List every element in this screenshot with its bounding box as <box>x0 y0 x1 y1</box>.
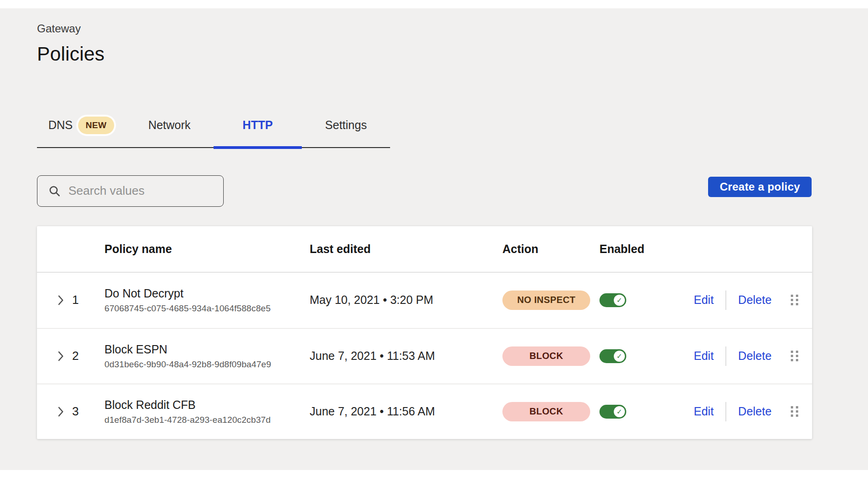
row-number: 2 <box>67 349 104 363</box>
column-header-enabled: Enabled <box>599 242 694 256</box>
tab-network-label: Network <box>148 118 191 132</box>
column-header-action: Action <box>502 242 599 256</box>
policy-uuid: 0d31be6c-9b90-48a4-92b8-9d8f09ba47e9 <box>104 359 271 370</box>
table-body: 1 Do Not Decrypt 67068745-c075-4685-934a… <box>37 272 812 439</box>
action-badge: NO INSPECT <box>502 290 590 310</box>
table-row: 2 Block ESPN 0d31be6c-9b90-48a4-92b8-9d8… <box>37 328 812 383</box>
edit-link[interactable]: Edit <box>694 293 714 307</box>
policy-name: Block Reddit CFB <box>104 398 196 412</box>
policy-uuid: 67068745-c075-4685-934a-1064f588c8e5 <box>104 303 271 314</box>
enabled-toggle[interactable]: ✓ <box>599 349 626 363</box>
tab-http-label: HTTP <box>243 118 273 132</box>
delete-link[interactable]: Delete <box>738 349 771 363</box>
action-badge: BLOCK <box>502 346 590 366</box>
enabled-toggle[interactable]: ✓ <box>599 293 626 307</box>
action-badge: BLOCK <box>502 402 590 421</box>
expand-chevron-icon[interactable] <box>55 404 66 419</box>
tab-settings[interactable]: Settings <box>302 104 390 147</box>
last-edited-value: June 7, 2021 • 11:56 AM <box>310 405 502 418</box>
new-badge: NEW <box>78 117 114 134</box>
delete-link[interactable]: Delete <box>738 293 771 307</box>
tab-settings-label: Settings <box>325 118 367 132</box>
tab-dns-label: DNS <box>48 118 73 132</box>
edit-link[interactable]: Edit <box>694 405 714 418</box>
policy-name: Do Not Decrypt <box>104 286 183 300</box>
tab-bar: DNS NEW Network HTTP Settings <box>37 104 390 148</box>
table-row: 1 Do Not Decrypt 67068745-c075-4685-934a… <box>37 272 812 328</box>
policy-name: Block ESPN <box>104 342 167 356</box>
enabled-toggle[interactable]: ✓ <box>599 405 626 419</box>
top-white-strip <box>0 0 868 8</box>
toolbar: Create a policy <box>37 175 812 207</box>
page-title: Policies <box>37 43 812 65</box>
column-header-last-edited: Last edited <box>310 242 502 256</box>
tab-dns[interactable]: DNS NEW <box>37 104 125 147</box>
create-policy-button[interactable]: Create a policy <box>708 177 812 197</box>
expand-chevron-icon[interactable] <box>55 293 66 308</box>
policies-table: Policy name Last edited Action Enabled 1… <box>37 226 812 439</box>
drag-handle-icon[interactable] <box>789 349 800 363</box>
edit-link[interactable]: Edit <box>694 349 714 363</box>
search-icon <box>49 185 61 197</box>
last-edited-value: June 7, 2021 • 11:53 AM <box>310 349 502 363</box>
row-number: 3 <box>67 404 104 419</box>
delete-link[interactable]: Delete <box>738 405 771 418</box>
action-divider <box>726 402 726 421</box>
table-row: 3 Block Reddit CFB d1ef8a7d-3eb1-4728-a2… <box>37 383 812 439</box>
search-box[interactable] <box>37 175 224 207</box>
toggle-check-icon: ✓ <box>614 295 625 306</box>
action-divider <box>726 290 726 310</box>
breadcrumb: Gateway <box>37 22 812 35</box>
tab-network[interactable]: Network <box>125 104 214 147</box>
policy-uuid: d1ef8a7d-3eb1-4728-a293-ea120c2cb37d <box>104 415 271 425</box>
drag-handle-icon[interactable] <box>789 404 800 419</box>
tab-http[interactable]: HTTP <box>214 104 302 147</box>
last-edited-value: May 10, 2021 • 3:20 PM <box>310 293 502 307</box>
action-divider <box>726 346 726 366</box>
column-header-policy-name: Policy name <box>104 242 310 256</box>
bottom-white-strip <box>0 470 868 482</box>
toggle-check-icon: ✓ <box>614 351 625 362</box>
gateway-policies-page: Gateway Policies DNS NEW Network HTTP Se… <box>37 8 812 439</box>
expand-chevron-icon[interactable] <box>55 349 66 364</box>
toggle-check-icon: ✓ <box>614 406 625 417</box>
search-input[interactable] <box>68 184 223 198</box>
row-number: 1 <box>67 293 104 307</box>
drag-handle-icon[interactable] <box>789 293 800 307</box>
table-header: Policy name Last edited Action Enabled <box>37 226 812 272</box>
